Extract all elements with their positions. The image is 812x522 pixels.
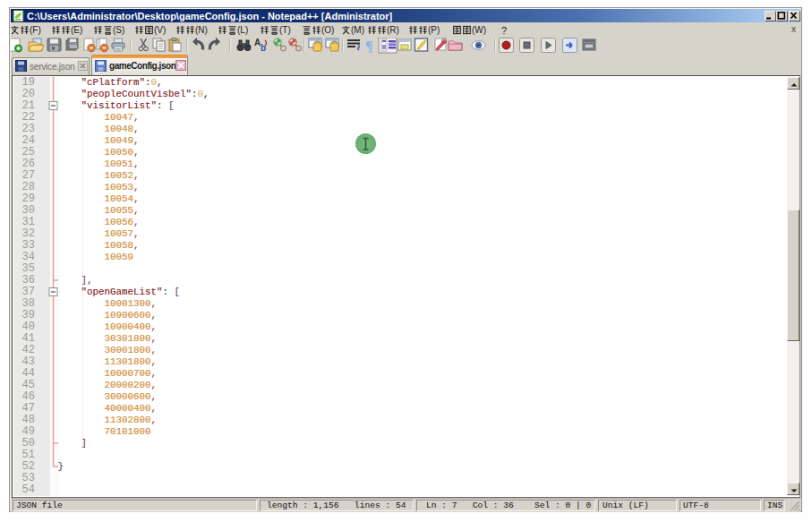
svg-text:b: b [261, 43, 266, 53]
svg-text:¶: ¶ [365, 39, 373, 54]
